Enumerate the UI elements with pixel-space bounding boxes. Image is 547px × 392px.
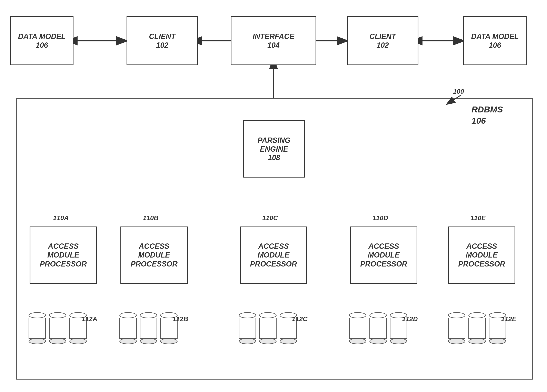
data-model-left-num: 106 <box>36 41 48 50</box>
interface-num: 104 <box>267 41 280 50</box>
ref-110a: 110A <box>53 214 69 222</box>
cylinder-e2 <box>468 312 486 344</box>
amp-c-label2: MODULE <box>258 250 289 259</box>
amp-d-box: ACCESS MODULE PROCESSOR <box>350 227 417 284</box>
cylinder-d1 <box>349 312 366 344</box>
parsing-engine-label1: PARSING <box>258 136 290 145</box>
amp-a-label3: PROCESSOR <box>40 260 87 268</box>
amp-d-label1: ACCESS <box>369 242 399 250</box>
amp-d-label2: MODULE <box>368 250 400 259</box>
cylinder-a1 <box>28 312 46 344</box>
parsing-engine-label2: ENGINE <box>260 145 288 154</box>
data-model-left-box: DATA MODEL 106 <box>10 16 74 65</box>
ref-110e: 110E <box>471 214 486 222</box>
ref-112c: 112C <box>292 315 308 323</box>
client-left-num: 102 <box>156 41 168 50</box>
cylinder-d2 <box>369 312 387 344</box>
data-model-right-label: DATA MODEL <box>471 32 519 41</box>
ref-110c: 110C <box>262 214 278 222</box>
client-right-box: CLIENT 102 <box>347 16 418 65</box>
cylinder-a2 <box>49 312 66 344</box>
amp-c-label3: PROCESSOR <box>250 260 297 268</box>
amp-e-label3: PROCESSOR <box>458 260 505 268</box>
cylinder-b2 <box>140 312 157 344</box>
amp-b-label2: MODULE <box>138 250 170 259</box>
amp-a-box: ACCESS MODULE PROCESSOR <box>30 227 97 284</box>
db-group-c <box>239 312 297 344</box>
ref-112b: 112B <box>172 315 188 323</box>
data-model-left-label: DATA MODEL <box>18 32 66 41</box>
parsing-engine-box: PARSING ENGINE 108 <box>243 120 305 177</box>
client-right-label: CLIENT <box>369 32 396 41</box>
ref-100: 100 <box>453 88 464 95</box>
rdbms-label: RDBMS 106 <box>472 104 503 126</box>
parsing-engine-num: 108 <box>268 154 280 162</box>
amp-a-label1: ACCESS <box>48 242 79 250</box>
data-model-right-num: 106 <box>489 41 501 50</box>
amp-e-label2: MODULE <box>466 250 498 259</box>
db-group-d <box>349 312 407 344</box>
client-left-box: CLIENT 102 <box>127 16 198 65</box>
diagram-container: DATA MODEL 106 CLIENT 102 INTERFACE 104 … <box>0 0 547 392</box>
cylinder-c1 <box>239 312 256 344</box>
cylinder-c2 <box>259 312 277 344</box>
cylinder-e1 <box>448 312 465 344</box>
interface-box: INTERFACE 104 <box>231 16 316 65</box>
amp-b-label1: ACCESS <box>139 242 169 250</box>
amp-d-label3: PROCESSOR <box>360 260 407 268</box>
ref-110d: 110D <box>372 214 388 222</box>
amp-a-label2: MODULE <box>47 250 79 259</box>
amp-e-label1: ACCESS <box>466 242 497 250</box>
amp-c-box: ACCESS MODULE PROCESSOR <box>240 227 307 284</box>
ref-112a: 112A <box>82 315 97 323</box>
db-group-e <box>448 312 506 344</box>
db-group-a <box>28 312 87 344</box>
ref-112d: 112D <box>402 315 418 323</box>
client-right-num: 102 <box>376 41 389 50</box>
ref-112e: 112E <box>501 315 516 323</box>
interface-label: INTERFACE <box>253 32 294 41</box>
amp-e-box: ACCESS MODULE PROCESSOR <box>448 227 515 284</box>
db-group-b <box>119 312 178 344</box>
amp-b-label3: PROCESSOR <box>131 260 178 268</box>
amp-b-box: ACCESS MODULE PROCESSOR <box>120 227 188 284</box>
ref-110b: 110B <box>143 214 159 222</box>
amp-c-label1: ACCESS <box>258 242 289 250</box>
cylinder-b1 <box>119 312 137 344</box>
client-left-label: CLIENT <box>149 32 176 41</box>
data-model-right-box: DATA MODEL 106 <box>463 16 526 65</box>
